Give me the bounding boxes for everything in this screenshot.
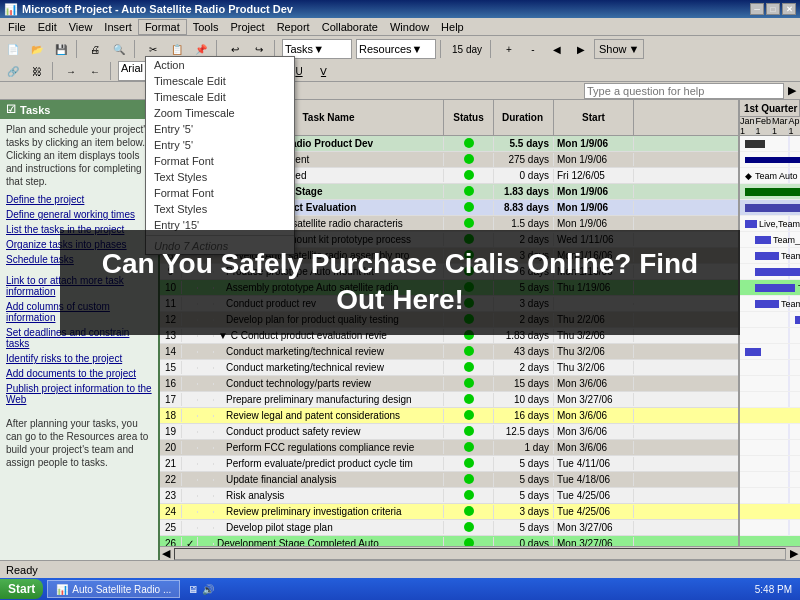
row-id: 26	[160, 537, 182, 546]
row-duration: 1.83 days	[494, 185, 554, 198]
table-row[interactable]: 19 Conduct product safety review 12.5 da…	[160, 424, 738, 440]
indent-button[interactable]: →	[60, 61, 82, 81]
menu-file[interactable]: File	[2, 20, 32, 34]
row-status	[444, 169, 494, 183]
row-status	[444, 201, 494, 215]
open-button[interactable]: 📂	[26, 39, 48, 59]
row-check	[182, 399, 198, 401]
menu-help[interactable]: Help	[435, 20, 470, 34]
dropdown-item-zoom[interactable]: Zoom Timescale	[146, 105, 294, 121]
link-risks[interactable]: Identify risks to the project	[0, 351, 158, 366]
maximize-button[interactable]: □	[766, 3, 780, 15]
row-duration: 5 days	[494, 457, 554, 470]
row-start: Mon 3/6/06	[554, 441, 634, 454]
taskbar-app-button[interactable]: 📊 Auto Satellite Radio ...	[47, 580, 180, 598]
month-row: Jan 1 Feb 1 Mar 1 Apr 1	[740, 117, 800, 135]
task-bar	[795, 316, 800, 324]
new-button[interactable]: 📄	[2, 39, 24, 59]
row-duration: 0 days	[494, 537, 554, 546]
row-id: 23	[160, 489, 182, 502]
app-icon: 📊	[4, 3, 18, 16]
resource-dropdown[interactable]: Resources▼	[356, 39, 436, 59]
dropdown-item-text-styles-2[interactable]: Text Styles	[146, 201, 294, 217]
nav-left-button[interactable]: ◀	[546, 39, 568, 59]
dropdown-item-action[interactable]: Action	[146, 57, 294, 73]
row-indicator	[198, 447, 214, 449]
separator-5	[440, 40, 444, 58]
task-bar-summary	[745, 140, 765, 148]
app-status-bar: Ready	[0, 560, 800, 578]
bottom-scrollbar[interactable]: ◀ ▶	[160, 546, 800, 560]
row-status	[444, 361, 494, 375]
link-documents[interactable]: Add documents to the project	[0, 366, 158, 381]
link-working-times[interactable]: Define general working times	[0, 207, 158, 222]
table-row[interactable]: 15 Conduct marketing/technical review 2 …	[160, 360, 738, 376]
print-button[interactable]: 🖨	[84, 39, 106, 59]
month-mar: Mar 1	[772, 117, 789, 135]
col-header-start: Start	[554, 100, 634, 135]
chart-row: Team_Quality Ass	[740, 232, 800, 248]
month-apr: Apr 1	[789, 117, 800, 135]
table-row[interactable]: 17 Prepare preliminary manufacturing des…	[160, 392, 738, 408]
table-row[interactable]: 16 Conduct technology/parts review 15 da…	[160, 376, 738, 392]
zoom-out-button[interactable]: -	[522, 39, 544, 59]
table-row[interactable]: 26 ✓ Development Stage Completed Auto 0 …	[160, 536, 738, 546]
dropdown-item-entry5-2[interactable]: Entry '5'	[146, 137, 294, 153]
menu-edit[interactable]: Edit	[32, 20, 63, 34]
row-status	[444, 393, 494, 407]
scroll-left-icon[interactable]: ◀	[160, 547, 172, 560]
link-define-project[interactable]: Define the project	[0, 192, 158, 207]
save-button[interactable]: 💾	[50, 39, 72, 59]
format-dropdown-menu: Action Timescale Edit Timescale Edit Zoo…	[145, 56, 295, 255]
link-button[interactable]: 🔗	[2, 61, 24, 81]
menu-report[interactable]: Report	[271, 20, 316, 34]
menu-project[interactable]: Project	[224, 20, 270, 34]
minimize-button[interactable]: ─	[750, 3, 764, 15]
link-publish[interactable]: Publish project information to the Web	[0, 381, 158, 407]
col-header-status: Status	[444, 100, 494, 135]
row-start: Mon 3/27/06	[554, 393, 634, 406]
table-row[interactable]: 24 Review preliminary investigation crit…	[160, 504, 738, 520]
preview-button[interactable]: 🔍	[108, 39, 130, 59]
row-status	[444, 489, 494, 503]
dropdown-item-timescale-edit-2[interactable]: Timescale Edit	[146, 89, 294, 105]
chart-label: Team_Executive,	[781, 299, 800, 309]
close-button[interactable]: ✕	[782, 3, 796, 15]
scroll-right-icon[interactable]: ▶	[788, 547, 800, 560]
row-start: Mon 1/9/06	[554, 153, 634, 166]
row-status	[444, 185, 494, 199]
outdent-button[interactable]: ←	[84, 61, 106, 81]
table-row[interactable]: 22 Update financial analysis 5 days Tue …	[160, 472, 738, 488]
help-input[interactable]	[584, 83, 784, 99]
dropdown-item-entry5-1[interactable]: Entry '5'	[146, 121, 294, 137]
dropdown-item-format-font-2[interactable]: Format Font	[146, 185, 294, 201]
menu-insert[interactable]: Insert	[98, 20, 138, 34]
table-row[interactable]: 20 Perform FCC regulations compliance re…	[160, 440, 738, 456]
menu-collaborate[interactable]: Collaborate	[316, 20, 384, 34]
table-row[interactable]: 18 Review legal and patent consideration…	[160, 408, 738, 424]
table-row[interactable]: 21 Perform evaluate/predict product cycl…	[160, 456, 738, 472]
dropdown-item-text-styles-1[interactable]: Text Styles	[146, 169, 294, 185]
start-button[interactable]: Start	[0, 579, 43, 599]
table-row[interactable]: 25 Develop pilot stage plan 5 days Mon 3…	[160, 520, 738, 536]
dropdown-item-timescale-edit-1[interactable]: Timescale Edit	[146, 73, 294, 89]
row-id: 16	[160, 377, 182, 390]
unlink-button[interactable]: ⛓	[26, 61, 48, 81]
chart-row: ◆ 3/27	[740, 536, 800, 546]
strikethrough-button[interactable]: V̲	[312, 61, 334, 81]
table-row[interactable]: 23 Risk analysis 5 days Tue 4/25/06	[160, 488, 738, 504]
show-button[interactable]: Show▼	[594, 39, 644, 59]
task-bar	[755, 284, 795, 292]
dropdown-item-format-font-1[interactable]: Format Font	[146, 153, 294, 169]
menu-format[interactable]: Format	[138, 19, 187, 35]
hscroll-track[interactable]	[174, 548, 786, 560]
table-row[interactable]: 14 Conduct marketing/technical review 43…	[160, 344, 738, 360]
row-check	[182, 527, 198, 529]
menu-tools[interactable]: Tools	[187, 20, 225, 34]
nav-right-button[interactable]: ▶	[570, 39, 592, 59]
menu-view[interactable]: View	[63, 20, 99, 34]
task-bar-tech	[745, 204, 800, 212]
row-duration: 16 days	[494, 409, 554, 422]
menu-window[interactable]: Window	[384, 20, 435, 34]
zoom-in-button[interactable]: +	[498, 39, 520, 59]
